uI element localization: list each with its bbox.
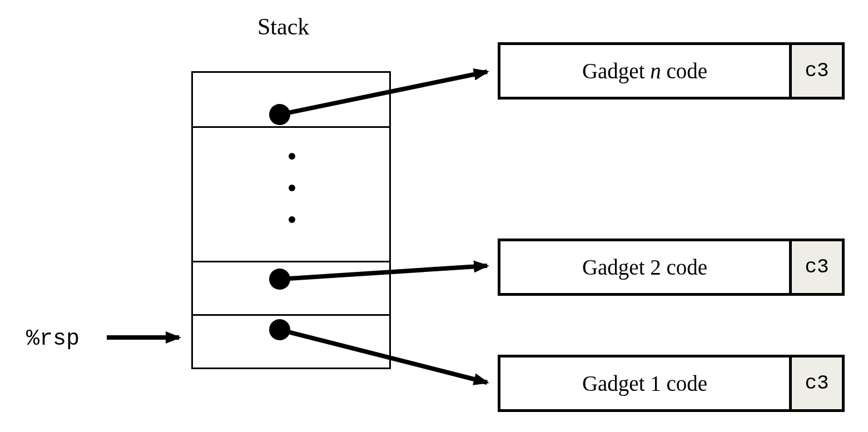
arrow-to-gadget-n <box>280 72 487 115</box>
arrows-layer <box>0 0 868 432</box>
ellipsis-dot <box>289 153 295 160</box>
arrow-to-gadget-2 <box>280 266 487 279</box>
ellipsis-dot <box>289 216 295 223</box>
ellipsis-dot <box>289 185 295 191</box>
arrow-to-gadget-1 <box>280 330 487 383</box>
